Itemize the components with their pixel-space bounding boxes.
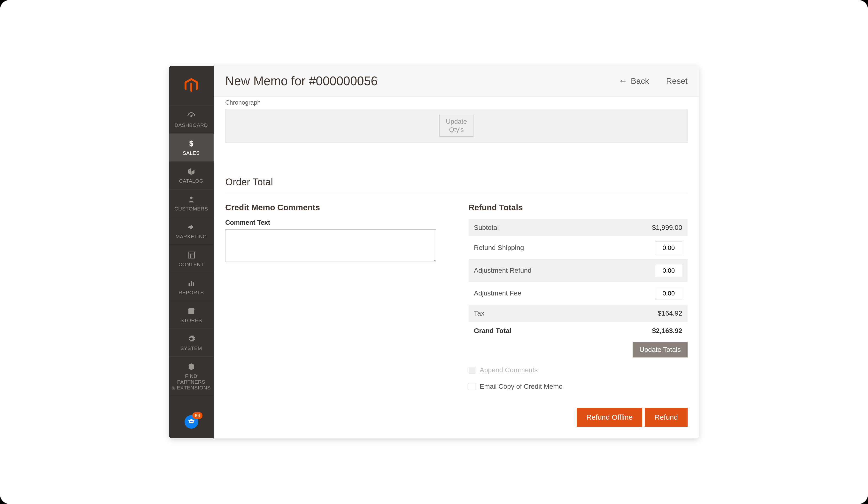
sidebar-item-partners[interactable]: FIND PARTNERS & EXTENSIONS xyxy=(169,357,214,396)
package-icon xyxy=(186,362,196,372)
magento-logo-icon xyxy=(185,78,198,93)
subtotal-value: $1,999.00 xyxy=(606,219,688,236)
person-icon xyxy=(186,194,196,204)
sidebar-item-label: CATALOG xyxy=(179,178,204,184)
adjustment-refund-input[interactable] xyxy=(655,264,682,277)
sidebar-item-label: MARKETING xyxy=(176,234,207,239)
grand-total-value: $2,163.92 xyxy=(606,322,688,340)
order-total-columns: Credit Memo Comments Comment Text Refund… xyxy=(225,203,688,427)
comment-text-label: Comment Text xyxy=(225,219,444,226)
adjustment-fee-label: Adjustment Fee xyxy=(469,282,606,305)
megaphone-icon xyxy=(186,222,196,232)
help-badge: 66 xyxy=(192,412,202,419)
store-icon xyxy=(186,306,196,316)
sidebar-item-reports[interactable]: REPORTS xyxy=(169,273,214,301)
update-totals-button[interactable]: Update Totals xyxy=(633,342,688,358)
sidebar-item-label: DASHBOARD xyxy=(175,122,208,128)
sidebar-item-label: SALES xyxy=(183,150,199,156)
back-button[interactable]: ← Back xyxy=(619,76,649,86)
refund-totals-table: Subtotal $1,999.00 Refund Shipping Adjus… xyxy=(469,219,688,340)
refund-button[interactable]: Refund xyxy=(645,408,688,427)
magento-logo[interactable] xyxy=(169,66,214,106)
subtotal-row: Subtotal $1,999.00 xyxy=(469,219,688,236)
tax-value: $164.92 xyxy=(606,305,688,322)
email-copy-label: Email Copy of Credit Memo xyxy=(480,383,562,390)
sidebar-item-label: STORES xyxy=(180,318,202,323)
sidebar-spacer xyxy=(169,396,214,415)
adjustment-refund-row: Adjustment Refund xyxy=(469,259,688,282)
admin-sidebar: DASHBOARD $ SALES CATALOG CUSTOMERS xyxy=(169,66,214,439)
sidebar-item-catalog[interactable]: CATALOG xyxy=(169,161,214,189)
svg-rect-4 xyxy=(188,252,195,258)
refund-action-buttons: Refund Offline Refund xyxy=(469,408,688,427)
reset-button[interactable]: Reset xyxy=(666,76,688,86)
email-copy-row[interactable]: Email Copy of Credit Memo xyxy=(469,383,688,390)
graduation-cap-icon xyxy=(187,418,195,426)
refund-totals-heading: Refund Totals xyxy=(469,203,688,212)
sidebar-item-stores[interactable]: STORES xyxy=(169,301,214,329)
arrow-left-icon: ← xyxy=(619,76,628,86)
update-totals-row: Update Totals xyxy=(469,342,688,358)
gear-icon xyxy=(186,334,196,344)
grand-total-label: Grand Total xyxy=(469,322,606,340)
sidebar-item-label: REPORTS xyxy=(178,290,204,296)
svg-line-1 xyxy=(191,115,193,116)
refund-shipping-input[interactable] xyxy=(655,241,682,254)
sidebar-item-content[interactable]: CONTENT xyxy=(169,245,214,273)
sidebar-item-system[interactable]: SYSTEM xyxy=(169,329,214,357)
update-qty-bar: Update Qty's xyxy=(225,109,688,143)
help-button[interactable]: 66 xyxy=(185,415,198,429)
comments-heading: Credit Memo Comments xyxy=(225,203,444,212)
sidebar-item-label: FIND PARTNERS & EXTENSIONS xyxy=(170,373,212,391)
refund-offline-button[interactable]: Refund Offline xyxy=(577,408,642,427)
refund-totals-column: Refund Totals Subtotal $1,999.00 Refund … xyxy=(469,203,688,427)
svg-rect-9 xyxy=(193,282,194,286)
tax-label: Tax xyxy=(469,305,606,322)
email-copy-checkbox[interactable] xyxy=(469,383,475,390)
sidebar-item-sales[interactable]: $ SALES xyxy=(169,133,214,161)
comments-column: Credit Memo Comments Comment Text xyxy=(225,203,444,427)
append-comments-row: Append Comments xyxy=(469,366,688,374)
outer-frame: DASHBOARD $ SALES CATALOG CUSTOMERS xyxy=(0,0,868,504)
main-content: New Memo for #000000056 ← Back Reset Chr… xyxy=(214,66,699,439)
adjustment-fee-input[interactable] xyxy=(655,287,682,300)
dashboard-icon xyxy=(186,111,196,121)
svg-point-3 xyxy=(190,197,193,199)
svg-rect-7 xyxy=(188,283,190,286)
bar-chart-icon xyxy=(186,278,196,288)
sidebar-item-label: CUSTOMERS xyxy=(174,206,208,212)
adjustment-fee-row: Adjustment Fee xyxy=(469,282,688,305)
update-qtys-button[interactable]: Update Qty's xyxy=(439,115,474,137)
layout-icon xyxy=(186,250,196,260)
product-line-text: Chronograph xyxy=(225,97,688,109)
svg-text:$: $ xyxy=(189,140,193,148)
append-comments-checkbox xyxy=(469,367,475,373)
adjustment-refund-label: Adjustment Refund xyxy=(469,259,606,282)
order-total-heading: Order Total xyxy=(225,177,688,192)
sidebar-item-customers[interactable]: CUSTOMERS xyxy=(169,189,214,217)
content-area: Chronograph Update Qty's Order Total Cre… xyxy=(214,97,699,439)
grand-total-row: Grand Total $2,163.92 xyxy=(469,322,688,340)
refund-shipping-label: Refund Shipping xyxy=(469,236,606,259)
sidebar-item-label: SYSTEM xyxy=(180,346,202,351)
sidebar-item-dashboard[interactable]: DASHBOARD xyxy=(169,106,214,133)
tax-row: Tax $164.92 xyxy=(469,305,688,322)
dollar-icon: $ xyxy=(186,138,196,149)
subtotal-label: Subtotal xyxy=(469,219,606,236)
page-titlebar: New Memo for #000000056 ← Back Reset xyxy=(214,66,699,97)
append-comments-label: Append Comments xyxy=(480,366,538,374)
comment-textarea[interactable] xyxy=(225,229,436,262)
app-window: DASHBOARD $ SALES CATALOG CUSTOMERS xyxy=(169,66,699,439)
refund-shipping-row: Refund Shipping xyxy=(469,236,688,259)
sidebar-item-marketing[interactable]: MARKETING xyxy=(169,217,214,245)
sidebar-item-label: CONTENT xyxy=(178,261,204,267)
page-title: New Memo for #000000056 xyxy=(225,74,619,88)
cube-icon xyxy=(186,166,196,177)
back-label: Back xyxy=(631,76,649,86)
svg-rect-8 xyxy=(190,281,192,286)
